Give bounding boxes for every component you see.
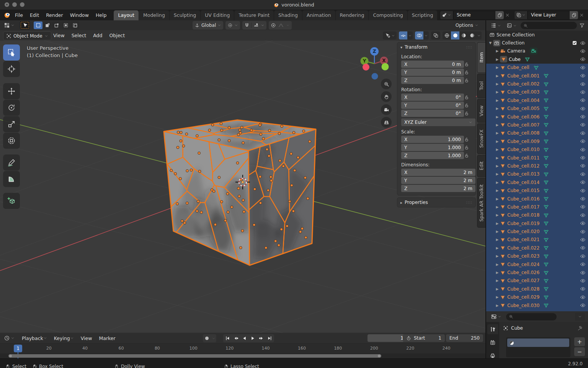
- eye-icon[interactable]: [580, 48, 586, 54]
- disclosure-closed-icon[interactable]: ▶: [495, 246, 500, 250]
- transform-panel-header[interactable]: ▾Transform::::: [397, 43, 475, 52]
- properties-editor-type[interactable]: [489, 313, 503, 320]
- panel-grip[interactable]: ::::: [466, 200, 472, 204]
- disclosure-closed-icon[interactable]: ▶: [495, 131, 500, 135]
- list-item[interactable]: ▶Cube_cell.003: [486, 88, 588, 96]
- properties-panel-collapsed[interactable]: ▸Properties::::: [397, 197, 476, 207]
- menu-edit[interactable]: Edit: [26, 10, 42, 20]
- view-layer-name-field[interactable]: View Layer: [528, 11, 570, 20]
- view-layer-unlink-button[interactable]: [578, 11, 585, 19]
- viewport-menu-object[interactable]: Object: [106, 30, 128, 41]
- list-item[interactable]: ▶Cube_cell.014: [486, 178, 588, 186]
- list-item[interactable]: ▶Cube_cell.005: [486, 105, 588, 113]
- record-button[interactable]: [203, 335, 211, 342]
- disclosure-closed-icon[interactable]: ▶: [495, 271, 500, 274]
- scene-copy-button[interactable]: [495, 11, 504, 19]
- shading-material-button[interactable]: [459, 31, 468, 39]
- eye-icon[interactable]: [580, 204, 586, 210]
- perspective-toggle-button[interactable]: [381, 117, 392, 128]
- list-item[interactable]: ▶Cube_cell.021: [486, 236, 588, 244]
- gizmo-dropdown[interactable]: [407, 31, 413, 39]
- disclosure-closed-icon[interactable]: ▶: [495, 49, 500, 53]
- list-item[interactable]: ▶Cube_cell.030: [486, 301, 588, 309]
- eye-icon[interactable]: [580, 73, 586, 79]
- disclosure-closed-icon[interactable]: ▶: [495, 66, 500, 69]
- object-mode-dropdown[interactable]: Object Mode: [3, 31, 51, 40]
- blender-logo-icon[interactable]: [3, 12, 11, 18]
- list-item[interactable]: ▶Cube_cell.023: [486, 252, 588, 260]
- disclosure-closed-icon[interactable]: ▶: [495, 107, 500, 110]
- menu-help[interactable]: Help: [92, 10, 110, 20]
- eye-icon[interactable]: [580, 114, 586, 120]
- disclosure-closed-icon[interactable]: ▶: [495, 148, 500, 151]
- sidebar-tab-item[interactable]: Item: [477, 42, 485, 73]
- timeline-editor-type[interactable]: [2, 334, 16, 342]
- viewport-3d[interactable]: User Perspective (1) Collection | Cube Z…: [0, 41, 485, 333]
- scene-browse-button[interactable]: [440, 11, 453, 20]
- select-mode-invert[interactable]: [61, 21, 70, 29]
- rotation-field-y[interactable]: Y0°: [401, 102, 464, 109]
- list-item[interactable]: ▶Cube_cell.008: [486, 129, 588, 137]
- list-item[interactable]: ▶Cube_cell.029: [486, 293, 588, 301]
- list-item[interactable]: ▶Camera: [486, 47, 588, 55]
- disclosure-closed-icon[interactable]: ▶: [495, 181, 500, 184]
- properties-panel-header[interactable]: ▸Properties::::: [397, 198, 475, 207]
- scene-name-field[interactable]: Scene: [453, 11, 495, 20]
- lock-open-icon[interactable]: [464, 78, 469, 83]
- tool-cursor[interactable]: [3, 61, 20, 77]
- lock-open-icon[interactable]: [464, 95, 469, 100]
- sidebar-tab-view[interactable]: View: [477, 99, 485, 123]
- list-item[interactable]: ▶Cube_cell.007: [486, 121, 588, 129]
- tool-annotate[interactable]: [3, 154, 20, 171]
- sidebar-tab-snowfx[interactable]: SnowFX: [477, 123, 485, 154]
- eye-icon[interactable]: [580, 171, 586, 177]
- active-tool-button[interactable]: [20, 21, 30, 30]
- disclosure-open-icon[interactable]: ▼: [488, 41, 493, 45]
- sidebar-tab-spark-ar-toolkit[interactable]: Spark AR Toolkit: [477, 178, 485, 228]
- eye-icon[interactable]: [580, 245, 586, 251]
- disclosure-closed-icon[interactable]: ▶: [495, 115, 500, 119]
- next-keyframe-button[interactable]: [257, 335, 265, 342]
- eye-icon[interactable]: [580, 155, 586, 161]
- list-item[interactable]: ▶Cube_cell.006: [486, 113, 588, 121]
- list-item[interactable]: ▶Cube_cell.010: [486, 145, 588, 153]
- navigation-gizmo[interactable]: ZYX: [354, 43, 396, 83]
- tab-modeling[interactable]: Modeling: [139, 10, 169, 20]
- eye-icon[interactable]: [580, 89, 586, 95]
- list-item[interactable]: ▶Cube_cell.015: [486, 186, 588, 194]
- disclosure-closed-icon[interactable]: ▶: [495, 140, 500, 143]
- tab-sculpting[interactable]: Sculpting: [170, 10, 200, 20]
- tool-measure[interactable]: [3, 171, 20, 187]
- list-item[interactable]: ▶Cube_cell.027: [486, 277, 588, 285]
- scale-field-z[interactable]: Z1.000: [401, 152, 464, 159]
- list-item[interactable]: ▶Cube_cell.017: [486, 203, 588, 211]
- tab-output[interactable]: [487, 351, 498, 358]
- list-item[interactable]: ▶Cube_cell.004: [486, 96, 588, 104]
- frame-end-field[interactable]: End 250: [446, 334, 483, 342]
- eye-icon[interactable]: [580, 237, 586, 243]
- viewport-menu-add[interactable]: Add: [90, 30, 106, 41]
- list-item[interactable]: ▶Cube_cell.022: [486, 244, 588, 252]
- transform-orientation-dropdown[interactable]: Global: [193, 21, 223, 30]
- tab-shading[interactable]: Shading: [274, 10, 302, 20]
- disclosure-closed-icon[interactable]: ▶: [495, 205, 500, 209]
- eye-icon[interactable]: [580, 106, 586, 112]
- disclosure-closed-icon[interactable]: ▶: [495, 230, 500, 233]
- play-button[interactable]: [249, 335, 257, 342]
- tab-texture-paint[interactable]: Texture Paint: [234, 10, 274, 20]
- disclosure-closed-icon[interactable]: ▶: [495, 156, 500, 160]
- eye-icon[interactable]: [580, 188, 586, 194]
- material-slot-list[interactable]: [506, 337, 570, 357]
- keying-dropdown[interactable]: [211, 335, 216, 342]
- list-item[interactable]: ▶Cube_cell.020: [486, 227, 588, 235]
- camera-view-button[interactable]: [381, 104, 392, 115]
- rotation-field-x[interactable]: X0°: [401, 94, 464, 101]
- eye-icon[interactable]: [580, 286, 586, 292]
- eye-icon[interactable]: [580, 302, 586, 308]
- tool-add-cube[interactable]: [3, 193, 20, 209]
- location-field-y[interactable]: Y0 m: [401, 69, 464, 76]
- snap-controls[interactable]: [242, 21, 266, 30]
- list-item[interactable]: ▶Cube_cell: [486, 64, 588, 72]
- disclosure-closed-icon[interactable]: ▶: [495, 238, 500, 242]
- disclosure-closed-icon[interactable]: ▶: [495, 287, 500, 291]
